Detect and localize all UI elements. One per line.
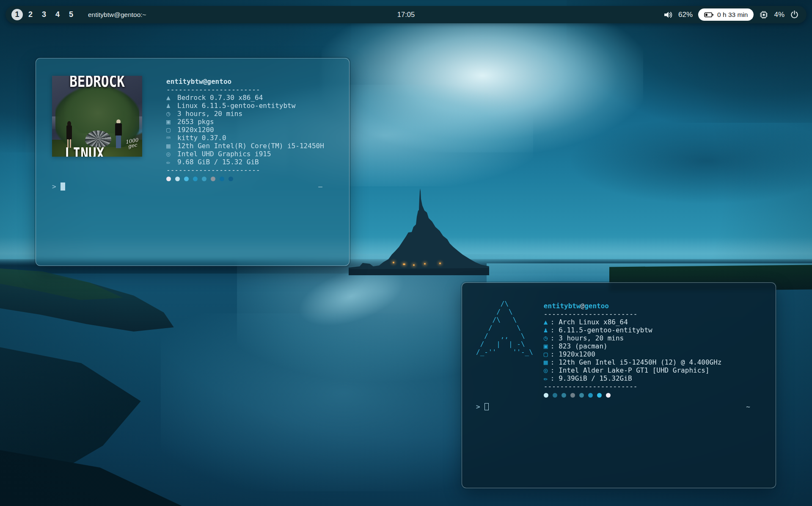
fetch-value: 9.68 GiB / 15.32 GiB [177,158,259,166]
palette-dot [175,177,180,181]
right-prompt: ~ [746,403,750,411]
fetch-line: ▦: 12th Gen Intel i5-12450H (12) @ 4.400… [544,358,722,366]
text-cursor-unfocused [484,403,489,410]
fetch-line: ▣: 823 (pacman) [544,342,722,350]
fetch-line: ▢1920x1200 [166,126,324,134]
palette-dot [184,177,189,181]
fetch-value: 3 hours, 20 mins [559,334,624,342]
package-icon: ▣ [544,342,551,350]
fetch-value: Intel Alder Lake-P GT1 [UHD Graphics] [559,366,709,374]
fetch-info-column: entitybtw@gentoo -----------------------… [544,302,722,398]
mountain-icon: ▲ [544,318,551,326]
fetch-separator: ----------------------- [166,166,324,174]
palette-dot [166,177,171,181]
cpu-icon: ▦ [544,358,551,366]
workspace-switcher: 12345 [6,9,78,20]
workspace-button-2[interactable]: 2 [24,10,37,19]
fetch-line: ▲Bedrock 0.7.30 x86_64 [166,94,324,102]
workspace-button-5[interactable]: 5 [64,10,78,19]
fetch-line: ⌨kitty 0.37.0 [166,134,324,142]
workspace-button-4[interactable]: 4 [51,10,64,19]
clock-icon: ◷ [544,334,551,342]
fetch-value: 3 hours, 20 mins [177,110,242,118]
battery-time-remaining: 0 h 33 min [717,11,748,19]
package-icon: ▣ [166,118,177,126]
fetch-line: ◷: 3 hours, 20 mins [544,334,722,342]
fetch-line: ♟: 6.11.5-gentoo-entitybtw [544,326,722,334]
cpu-usage: 4% [774,11,784,19]
palette-dot [606,393,611,398]
fetch-title: entitybtw@gentoo [544,302,722,310]
fetch-value: 6.11.5-gentoo-entitybtw [559,326,652,334]
logo-credit: 1000 gec [125,138,140,149]
prompt-char: > [476,403,480,411]
palette-dot [228,177,233,181]
fetch-line: ♟Linux 6.11.5-gentoo-entitybtw [166,102,324,110]
focused-window-title: entitybtw@gentoo:~ [88,11,146,19]
fetch-separator: ----------------------- [544,382,722,390]
fetch-value: Bedrock 0.7.30 x86_64 [177,94,263,102]
arch-linux-ascii-logo: /\ / \ /\ \ / \ / ,, \ / | | -\ /_-'' ''… [476,300,533,356]
fetch-value: 12th Gen Intel(R) Core(TM) i5-12450H [177,142,324,150]
fetch-value: kitty 0.37.0 [177,134,226,142]
fetch-line: ▣2653 pkgs [166,118,324,126]
palette-dot [544,393,548,398]
terminal-window-bedrock[interactable]: BEDROCK LINUX 1000 gec entitybtw@gentoo … [36,58,350,266]
volume-level: 62% [678,11,693,19]
battery-pill[interactable]: 0 h 33 min [698,8,754,21]
palette-dot [220,177,224,181]
shell-prompt[interactable]: > ~ [476,403,761,411]
palette-dot [193,177,198,181]
workspace-button-1[interactable]: 1 [11,9,23,20]
penguin-icon: ♟ [166,102,177,110]
palette-dot [202,177,206,181]
fetch-value: Linux 6.11.5-gentoo-entitybtw [177,102,295,110]
fetch-line: ◎Intel UHD Graphics i915 [166,150,324,158]
right-prompt: – [318,182,322,191]
fetch-line: ✏: 9.39GiB / 15.32GiB [544,374,722,382]
logo-person-right [115,119,122,149]
cpu-chip-icon[interactable] [759,10,768,19]
memory-icon: ✏ [544,374,551,382]
terminal-icon: ⌨ [166,134,177,142]
memory-icon: ✏ [166,158,177,166]
system-tray: 62% 0 h 33 min 4% [663,8,806,21]
gpu-icon: ◎ [166,150,177,158]
fetch-line: ◷3 hours, 20 mins [166,110,324,118]
fetch-value: 2653 pkgs [177,118,214,126]
mountain-icon: ▲ [166,94,177,102]
logo-text-bedrock: BEDROCK [52,77,142,86]
fetch-value: 1920x1200 [177,126,214,134]
fetch-info-column: entitybtw@gentoo -----------------------… [166,77,324,182]
fetch-line: ◎: Intel Alder Lake-P GT1 [UHD Graphics] [544,366,722,374]
fetch-line: ▦12th Gen Intel(R) Core(TM) i5-12450H [166,142,324,150]
fetch-separator: ----------------------- [544,310,722,318]
penguin-icon: ♟ [544,326,551,334]
volume-icon[interactable] [663,11,673,19]
fastfetch-output: /\ / \ /\ \ / \ / ,, \ / | | -\ /_-'' ''… [476,300,761,398]
fetch-line: ▲: Arch Linux x86_64 [544,318,722,326]
palette-dot [211,177,215,181]
palette-dot [553,393,557,398]
fetch-value: 12th Gen Intel i5-12450H (12) @ 4.400GHz [559,358,721,366]
palette-dot [597,393,602,398]
fetch-line: ▢: 1920x1200 [544,350,722,358]
fetch-title: entitybtw@gentoo [166,77,324,86]
bedrock-linux-logo-image: BEDROCK LINUX 1000 gec [52,76,142,157]
display-icon: ▢ [166,126,177,134]
shell-prompt[interactable]: > – [52,182,333,191]
fetch-separator: ----------------------- [166,86,324,94]
fastfetch-output: BEDROCK LINUX 1000 gec entitybtw@gentoo … [52,76,333,182]
status-bar: 12345 entitybtw@gentoo:~ 17:05 62% 0 h 3… [6,6,806,23]
power-icon[interactable] [790,10,799,19]
terminal-window-arch[interactable]: /\ / \ /\ \ / \ / ,, \ / | | -\ /_-'' ''… [462,282,776,488]
display-icon: ▢ [544,350,551,358]
fetch-value: 1920x1200 [559,350,595,358]
fetch-value: 823 (pacman) [559,342,608,350]
fetch-value: Arch Linux x86_64 [559,318,628,326]
palette-dot [588,393,593,398]
clock: 17:05 [397,11,415,19]
prompt-char: > [52,182,56,191]
workspace-button-3[interactable]: 3 [37,10,51,19]
palette-dot [570,393,575,398]
